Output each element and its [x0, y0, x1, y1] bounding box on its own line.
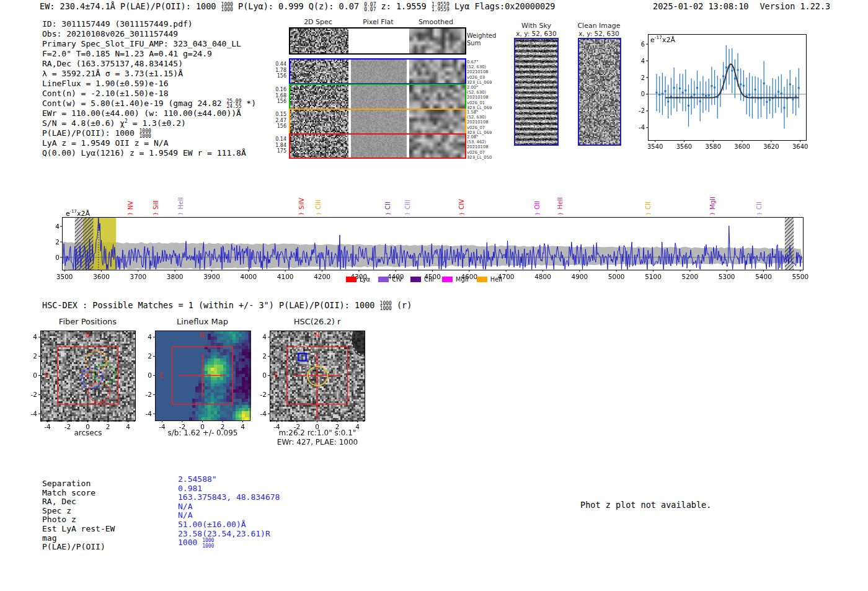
info-line: Q(0.00) Lyα(1216) z = 1.9549 EW r = 111.… [42, 148, 256, 158]
fraction-bottom: 1000 [221, 7, 233, 12]
cutout-right-value: v026_07 [467, 150, 498, 155]
legend-item-CIV: CIV [378, 276, 402, 283]
text-segment: RA,Dec (163.375137,48.834145) [42, 59, 183, 68]
cutout-row-left-labels: 0.152.47156 [272, 112, 286, 130]
text-segment: P(LAE)/P(OII): 1000 [42, 128, 140, 138]
info-line: S/N = 4.8(±0.6) χ2 = 1.3(±0.2) [42, 118, 256, 128]
cutout-right-value: v026_01 [467, 100, 498, 105]
cutout-row-right-labels: WeightedSum [467, 32, 504, 47]
fiber-positions-title: Fiber Positions [40, 317, 135, 326]
cutout-right-value: 1.58" [467, 110, 498, 115]
cutout-left-value: 0.14 [272, 136, 286, 143]
cutout-header-smoothed: Smoothed [408, 18, 464, 26]
match-row-value: 163.375843, 48.834678 [178, 492, 280, 502]
cutout-right-value: 20210108 [467, 120, 498, 125]
cutout-header-pixelflat: Pixel Flat [350, 18, 406, 26]
legend-swatch [346, 277, 356, 282]
hsc-r-panel [254, 329, 368, 433]
info-line: F=2.0" T=0.185 N=1.23 A=0.41 g=24.9 [42, 49, 256, 59]
text-segment: EW: 230.4±74.1Å P(LAE)/P(OII): 1000 [40, 1, 221, 11]
text-segment: 23.58(23.54,23.61)R [178, 529, 270, 538]
fiber-positions-panel [24, 329, 139, 433]
cutout-right-value: 20210108 [467, 95, 498, 100]
info-line: RA,Dec (163.375137,48.834145) [42, 59, 256, 69]
legend-label: Lyα [360, 276, 370, 283]
text-segment: LineFlux = 1.90(±0.59)e-16 [42, 79, 169, 88]
cutout-right-value: 2.08" [467, 135, 498, 140]
cutout-right-value: v026_03 [467, 75, 498, 80]
match-row-value: N/A [178, 510, 280, 520]
text-segment: LyA z = 1.9549 OII z = N/A [42, 138, 169, 148]
text-segment: 51.00(±16.00)Å [178, 520, 246, 529]
text-segment: P(Lyα): 0.999 Q(z): 0.07 [233, 1, 364, 11]
stacked-fraction: 10001000 [202, 538, 214, 549]
legend-label: CIV [392, 276, 402, 283]
cutout-left-value: 1.84 [272, 143, 286, 149]
text-segment: 2.54588" [178, 474, 217, 484]
text-segment: 1000 [178, 538, 202, 547]
cutout-right-value: (53, 462) [467, 140, 498, 144]
text-segment: Q(0.00) Lyα(1216) z = 1.9549 EW r = 111.… [42, 148, 246, 158]
clean-image-subtitle: x, y: 52, 630 [571, 30, 627, 37]
info-line: LyA z = 1.9549 OII z = N/A [42, 138, 256, 148]
lineflux-map-title: Lineflux Map [155, 317, 250, 326]
legend-item-HeII: HeII [477, 276, 503, 283]
hsc-r-xlabel2: EWr: 427, PLAE: 1000 [259, 438, 376, 447]
emission-line-text: MgII [709, 197, 716, 210]
info-line: LineFlux = 1.90(±0.59)e-16 [42, 79, 256, 89]
cutout-left-value: 1.68 [272, 93, 286, 99]
match-row-label: mag [42, 533, 115, 543]
info-line: EWr = 110.00(±44.00) (w: 110.00(±44.00))… [42, 109, 256, 118]
cutout-right-value: Sum [467, 40, 504, 47]
info-line: ID: 3011157449 (3011157449.pdf) [42, 19, 256, 29]
cutout-row-right-labels: 2.00"(52, 630)20210108v026_01323_LL_069 [467, 85, 498, 110]
match-row-value: 51.00(±16.00)Å [178, 520, 280, 529]
match-row-value: 23.58(23.54,23.61)R [178, 529, 280, 538]
legend-label: HeII [490, 276, 503, 283]
lineflux-map-panel [139, 329, 254, 433]
text-segment: Cont(w) = 5.80(±1.40)e-19 (gmag 24.82 [42, 99, 226, 108]
info-line: Primary Spec_Slot_IFU_AMP: 323_043_040_L… [42, 39, 256, 49]
text-segment: λ = 3592.21Å σ = 3.73(±1.15)Å [42, 69, 183, 78]
match-row-label: Spec z [42, 506, 115, 515]
cutout-row-right-labels: 1.58"(52, 630)20210108v026_07323_LL_069 [467, 110, 498, 135]
legend-label: CIII [424, 276, 434, 283]
cutout-right-value: v026_07 [467, 125, 498, 130]
cutout-row-left-labels: 0.441.78156 [272, 61, 286, 79]
stacked-fraction: 0.070.07 [364, 2, 376, 13]
report-version: Version 1.22.3 [760, 1, 830, 11]
match-table-labels: SeparationMatch scoreRA, DecSpec zPhoto … [42, 479, 115, 551]
text-segment: Cont(n) = -2.10(±1.50)e-18 [42, 89, 169, 98]
cutout-row-canvas [289, 58, 466, 84]
cutout-right-value: (52, 630) [467, 90, 498, 95]
full-spectrum-plot [55, 208, 812, 284]
cutout-row-canvas [289, 27, 466, 55]
cutout-right-value: (52, 630) [467, 115, 498, 120]
fraction-bottom: 1000 [202, 544, 214, 549]
match-row-label: RA, Dec [42, 497, 115, 506]
text-segment: z: 1.9559 [376, 1, 431, 11]
stacked-fraction: 10001000 [221, 2, 233, 13]
hsc-r-title: HSC(26.2) r [270, 317, 365, 326]
match-row-label: P(LAE)/P(OII) [42, 542, 115, 551]
hsc-dex-match-line: HSC-DEX : Possible Matches = 1 (within +… [42, 300, 412, 312]
match-row-label: Est LyA rest-EW [42, 524, 115, 533]
match-row-label: Separation [42, 479, 115, 488]
match-row-value: N/A [178, 502, 280, 511]
header-datetime: 2025-01-02 13:08:10Version 1.22.3 [653, 1, 830, 11]
hetdex-detection-report: EW: 230.4±74.1Å P(LAE)/P(OII): 1000 1000… [0, 0, 868, 591]
text-segment: HSC-DEX : Possible Matches = 1 (within +… [42, 300, 380, 310]
legend-item-MgII: MgII [442, 276, 469, 283]
legend-label: MgII [456, 276, 469, 283]
text-segment: Lyα Flags:0x20000029 [450, 1, 556, 11]
fiber-positions-xlabel: arcsecs [29, 429, 147, 437]
cutout-right-value: 20210108 [467, 69, 498, 74]
fraction-bottom: 1000 [380, 306, 392, 311]
text-segment: N/A [178, 502, 192, 511]
lineflux-map-xlabel: s/b: 1.62 +/- 0.095 [144, 429, 262, 437]
cutout-row-canvas [289, 84, 466, 110]
match-table-values: 2.54588"0.981163.375843, 48.834678N/AN/A… [178, 474, 280, 547]
cutout-row-right-labels: 2.08"(53, 462)20210108v026_07323_LL_050 [467, 135, 498, 160]
text-segment: Primary Spec_Slot_IFU_AMP: 323_043_040_L… [42, 39, 241, 48]
cutout-row-left-labels: 0.141.84175 [272, 136, 286, 154]
